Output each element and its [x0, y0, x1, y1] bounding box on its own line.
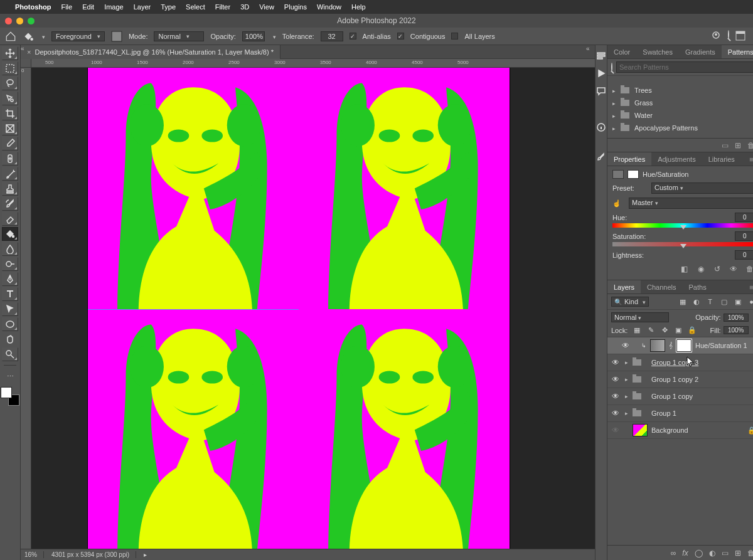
- brush-tool[interactable]: [2, 167, 18, 181]
- new-group-icon[interactable]: ▭: [722, 549, 729, 557]
- document-tab[interactable]: × Depositphotos_518717440_XL.jpg @ 16% (…: [21, 45, 280, 59]
- visibility-toggle[interactable]: 👁: [611, 409, 620, 418]
- brushes-panel-icon[interactable]: [595, 152, 607, 163]
- delete-layer-icon[interactable]: 🗑: [747, 549, 753, 557]
- layer-list[interactable]: 👁 ↳ 𝄞 Hue/Saturation 1 👁 ▸ Group 1 copy …: [607, 337, 753, 545]
- tab-color[interactable]: Color: [607, 45, 636, 58]
- saturation-slider[interactable]: Saturation:0: [612, 231, 753, 246]
- finger-scrub-icon[interactable]: ☝: [612, 199, 625, 208]
- all-layers-checkbox[interactable]: [451, 33, 458, 40]
- visibility-toggle[interactable]: 👁: [611, 426, 620, 435]
- comments-panel-icon[interactable]: [595, 85, 607, 97]
- home-button[interactable]: [5, 31, 16, 41]
- saturation-value[interactable]: 0: [735, 231, 753, 241]
- blur-tool[interactable]: [2, 242, 18, 256]
- contiguous-checkbox[interactable]: ✓: [397, 33, 404, 40]
- expand-group-icon[interactable]: ▸: [624, 359, 629, 366]
- preview-icon[interactable]: 👁: [729, 265, 739, 273]
- toggle-visibility-icon[interactable]: ◉: [696, 265, 706, 273]
- filter-shape-icon[interactable]: ▢: [720, 297, 729, 306]
- menu-3d[interactable]: 3D: [240, 3, 249, 11]
- lightness-slider[interactable]: Lightness:0: [612, 250, 753, 260]
- blend-mode-select[interactable]: Normal: [154, 31, 204, 41]
- layer-filter-kind[interactable]: 🔍Kind: [611, 297, 649, 307]
- ruler-origin[interactable]: [21, 59, 31, 68]
- history-brush-tool[interactable]: [2, 197, 18, 211]
- expand-group-icon[interactable]: ▸: [624, 376, 629, 383]
- hue-value[interactable]: 0: [735, 213, 753, 222]
- lock-artboard-icon[interactable]: ▣: [674, 326, 683, 334]
- close-window-button[interactable]: [5, 18, 12, 24]
- move-tool[interactable]: [2, 46, 18, 60]
- close-tab-icon[interactable]: ×: [27, 48, 31, 56]
- preset-select[interactable]: Custom: [651, 182, 753, 194]
- stamp-tool[interactable]: [2, 182, 18, 196]
- new-layer-icon[interactable]: ⊞: [735, 549, 741, 557]
- workspace-switcher-icon[interactable]: [735, 31, 745, 42]
- layer-name[interactable]: Group 1 copy 2: [651, 376, 753, 383]
- hue-slider[interactable]: Hue:0: [612, 213, 753, 228]
- horizontal-ruler[interactable]: 500 1000 1500 2000 2500 3000 3500 4000 4…: [31, 59, 595, 68]
- menu-window[interactable]: Window: [317, 3, 341, 11]
- foreground-color-swatch[interactable]: [1, 387, 12, 398]
- clip-to-layer-icon[interactable]: ◧: [680, 265, 690, 273]
- document-dimensions[interactable]: 4301 px x 5394 px (300 ppi): [51, 551, 136, 558]
- visibility-toggle[interactable]: 👁: [611, 358, 620, 367]
- filter-adjustment-icon[interactable]: ◐: [692, 297, 701, 306]
- channel-select[interactable]: Master: [629, 198, 753, 209]
- reset-icon[interactable]: ↺: [712, 265, 722, 273]
- new-pattern-icon[interactable]: ⊞: [735, 141, 741, 150]
- lock-position-icon[interactable]: ✥: [660, 326, 669, 334]
- expand-group-icon[interactable]: ▸: [624, 393, 629, 399]
- new-adjustment-icon[interactable]: ◐: [709, 549, 715, 557]
- pattern-group[interactable]: Apocalypse Patterns: [607, 122, 753, 134]
- menu-select[interactable]: Select: [186, 3, 205, 11]
- healing-tool[interactable]: [2, 152, 18, 166]
- layer-fill-input[interactable]: 100%: [724, 326, 749, 334]
- adjustment-thumb[interactable]: [650, 339, 665, 352]
- link-layers-icon[interactable]: ∞: [671, 549, 676, 557]
- pen-tool[interactable]: [2, 272, 18, 286]
- menu-file[interactable]: File: [61, 3, 72, 11]
- canvas[interactable]: [88, 68, 510, 549]
- hand-tool[interactable]: [2, 332, 18, 346]
- history-panel-icon[interactable]: [595, 50, 607, 61]
- menu-image[interactable]: Image: [104, 3, 124, 11]
- panel-menu-icon[interactable]: ≡: [743, 152, 753, 166]
- collapse-right-icon[interactable]: «: [586, 45, 592, 51]
- opacity-input[interactable]: 100%: [242, 31, 265, 41]
- antialias-checkbox[interactable]: ✓: [350, 33, 356, 40]
- pattern-picker[interactable]: [111, 31, 122, 41]
- menu-view[interactable]: View: [259, 3, 274, 11]
- menu-type[interactable]: Type: [161, 3, 176, 11]
- tab-channels[interactable]: Channels: [641, 280, 682, 293]
- pattern-group[interactable]: Trees: [607, 84, 753, 97]
- menu-help[interactable]: Help: [351, 3, 366, 11]
- minimize-window-button[interactable]: [16, 18, 23, 24]
- app-menu[interactable]: Photoshop: [15, 3, 51, 11]
- tab-libraries[interactable]: Libraries: [702, 152, 741, 166]
- tab-layers[interactable]: Layers: [607, 280, 641, 293]
- marquee-tool[interactable]: [2, 61, 18, 75]
- delete-pattern-icon[interactable]: 🗑: [747, 141, 753, 150]
- pattern-group[interactable]: Water: [607, 109, 753, 122]
- bucket-tool-icon[interactable]: [23, 31, 34, 41]
- opacity-dropdown[interactable]: [271, 33, 276, 40]
- add-mask-icon[interactable]: ◯: [695, 549, 703, 557]
- layer-row[interactable]: 👁 ▸ Group 1: [607, 405, 753, 422]
- bucket-tool[interactable]: [2, 227, 18, 241]
- layer-fx-icon[interactable]: fx: [682, 549, 688, 557]
- tolerance-input[interactable]: 32: [321, 31, 343, 41]
- layer-name[interactable]: Hue/Saturation 1: [695, 342, 753, 349]
- layer-name[interactable]: Group 1: [651, 409, 753, 417]
- tab-adjustments[interactable]: Adjustments: [651, 152, 702, 166]
- dodge-tool[interactable]: [2, 257, 18, 271]
- collapse-left-icon[interactable]: «: [21, 45, 27, 51]
- visibility-toggle[interactable]: 👁: [621, 341, 630, 350]
- menu-filter[interactable]: Filter: [215, 3, 230, 11]
- tab-paths[interactable]: Paths: [683, 280, 713, 293]
- layer-row[interactable]: 👁 ▸ Group 1 copy 2: [607, 371, 753, 388]
- menu-plugins[interactable]: Plugins: [284, 3, 307, 11]
- fill-source-select[interactable]: Foreground: [51, 31, 105, 41]
- filter-pixel-icon[interactable]: ▦: [678, 297, 687, 306]
